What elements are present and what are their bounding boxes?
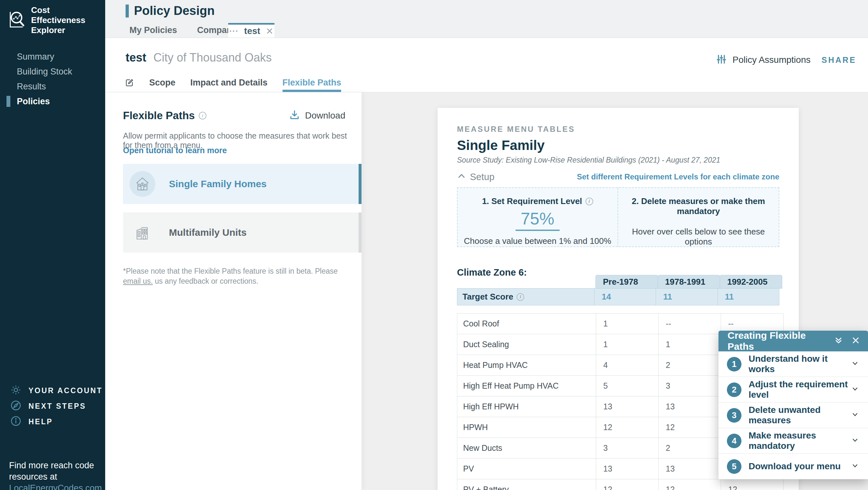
title-accent-bar (126, 4, 129, 18)
measure-menu-title: Single Family (457, 138, 779, 153)
tab-overflow-menu-icon[interactable]: ··· (229, 26, 239, 36)
set-requirement-levels-link[interactable]: Set different Requirement Levels for eac… (577, 172, 779, 181)
tutorial-step-2[interactable]: 2 Adjust the requirement level (718, 377, 868, 403)
measure-value[interactable]: 12 (659, 479, 721, 490)
setup-row: Setup Set different Requirement Levels f… (457, 171, 779, 183)
chevron-down-icon (851, 359, 859, 369)
local-energy-codes-link[interactable]: LocalEnergyCodes.com (9, 483, 102, 490)
step-number-badge: 1 (727, 357, 741, 372)
measure-value[interactable]: 1 (596, 334, 659, 355)
climate-zone-label: Climate Zone 6: (457, 267, 527, 278)
measure-name: Duct Sealing (457, 334, 596, 355)
measure-value[interactable]: 12 (596, 479, 659, 490)
sidebar-item-building-stock[interactable]: Building Stock (0, 64, 105, 79)
info-circle-icon (10, 415, 22, 429)
measure-value[interactable]: 12 (659, 417, 721, 438)
app-logo[interactable]: Cost Effectiveness Explorer (7, 5, 105, 35)
compass-icon (10, 399, 22, 413)
tutorial-step-3[interactable]: 3 Delete unwanted measures (718, 403, 868, 428)
card-multifamily-units[interactable]: Multifamily Units (123, 212, 360, 253)
measure-value[interactable]: 12 (721, 479, 783, 490)
tab-flexible-paths[interactable]: Flexible Paths (282, 73, 341, 92)
measure-value[interactable]: 2 (659, 355, 721, 376)
policy-actions: Policy Assumptions SHARE (716, 53, 856, 66)
tab-my-policies[interactable]: My Policies (129, 25, 177, 35)
target-score-info-icon[interactable]: i (517, 293, 524, 301)
flexible-paths-info-icon[interactable]: i (199, 112, 207, 119)
tutorial-step-1[interactable]: 1 Understand how it works (718, 351, 868, 377)
measure-value[interactable]: 1 (659, 334, 721, 355)
setup-collapse-toggle[interactable]: Setup (457, 172, 495, 182)
source-study: Source Study: Existing Low-Rise Resident… (457, 156, 779, 165)
measure-name: PV + Battery (457, 479, 596, 490)
sidebar-nav: Summary Building Stock Results Policies (0, 49, 105, 109)
policy-header: test City of Thousand Oaks Policy Assump… (105, 38, 868, 92)
sidebar-item-summary[interactable]: Summary (0, 49, 105, 64)
target-score-value[interactable]: 11 (656, 288, 717, 306)
measure-value[interactable]: 13 (596, 396, 659, 417)
setup-step-1: 1. Set Requirement Level i 75% Choose a … (458, 188, 618, 247)
tab-close-icon[interactable]: ✕ (266, 26, 273, 37)
step-number-badge: 3 (727, 408, 741, 423)
policy-name: test (126, 51, 146, 64)
requirement-level-info-icon[interactable]: i (586, 198, 593, 205)
open-tutorial-link[interactable]: Open tutorial to learn more (123, 146, 227, 155)
close-icon[interactable] (851, 336, 860, 346)
tutorial-step-5[interactable]: 5 Download your menu (718, 454, 868, 479)
policy-name-row: test City of Thousand Oaks (126, 51, 272, 64)
page-title-row: Policy Design (126, 4, 215, 18)
tab-scope[interactable]: Scope (149, 73, 176, 92)
measure-value[interactable]: 13 (596, 459, 659, 479)
tutorial-step-4[interactable]: 4 Make measures mandatory (718, 428, 868, 454)
column-header-1992-2005: 1992-2005 (720, 275, 782, 289)
beta-note: *Please note that the Flexible Paths fea… (123, 266, 346, 286)
next-steps-button[interactable]: NEXT STEPS (0, 398, 105, 414)
policy-assumptions-label: Policy Assumptions (733, 55, 810, 65)
setup-label: Setup (470, 172, 495, 182)
flexible-paths-panel: Flexible Paths i Download Allow permit a… (105, 92, 362, 490)
email-us-link[interactable]: email us. (123, 277, 153, 285)
card-single-family-homes[interactable]: Single Family Homes (123, 164, 360, 204)
building-icon (129, 220, 155, 246)
selected-card-indicator[interactable] (359, 164, 362, 204)
measure-value[interactable]: 12 (596, 417, 659, 438)
your-account-label: YOUR ACCOUNT (29, 386, 102, 395)
app-title: Cost Effectiveness Explorer (31, 5, 105, 35)
sidebar-item-results[interactable]: Results (0, 79, 105, 94)
measure-value[interactable]: 3 (596, 438, 659, 459)
target-score-value[interactable]: 11 (717, 288, 779, 306)
chevron-up-icon (457, 172, 466, 182)
measure-value[interactable]: 13 (659, 396, 721, 417)
share-button[interactable]: SHARE (822, 55, 856, 65)
chevron-down-icon (851, 436, 859, 445)
edit-icon[interactable] (125, 73, 134, 92)
unselected-card-indicator[interactable] (359, 212, 362, 253)
measure-value[interactable]: 1 (596, 314, 659, 334)
setup-step-2: 2. Delete measures or make them mandator… (618, 188, 779, 247)
flexible-paths-title: Flexible Paths (123, 110, 195, 122)
measure-value[interactable]: 4 (596, 355, 659, 376)
sidebar-item-policies[interactable]: Policies (0, 94, 105, 109)
gear-icon (10, 384, 22, 397)
download-button[interactable]: Download (289, 109, 345, 122)
measure-name: High Eff HPWH (457, 396, 596, 417)
measure-value[interactable]: 2 (659, 438, 721, 459)
card-multifamily-label: Multifamily Units (169, 227, 247, 238)
measure-value[interactable]: 5 (596, 376, 659, 396)
tab-impact-and-details[interactable]: Impact and Details (190, 73, 268, 92)
your-account-button[interactable]: YOUR ACCOUNT (0, 383, 105, 398)
measure-value[interactable]: 13 (659, 459, 721, 479)
help-button[interactable]: HELP (0, 414, 105, 429)
measure-value[interactable]: 3 (659, 376, 721, 396)
column-header-pre-1978: Pre-1978 (595, 275, 658, 289)
minimize-double-chevron-icon[interactable] (834, 336, 843, 347)
step-label: Delete unwanted measures (749, 405, 851, 426)
requirement-level-value[interactable]: 75% (516, 209, 560, 231)
chevron-down-icon (851, 462, 859, 471)
policy-assumptions-button[interactable]: Policy Assumptions (716, 53, 810, 66)
tab-test-active[interactable]: ··· test ✕ (228, 23, 274, 37)
step1-title: 1. Set Requirement Level (482, 196, 582, 206)
vintage-column-headers: Pre-1978 1978-1991 1992-2005 (596, 275, 782, 289)
measure-value[interactable]: -- (659, 314, 721, 334)
target-score-value[interactable]: 14 (594, 288, 656, 306)
